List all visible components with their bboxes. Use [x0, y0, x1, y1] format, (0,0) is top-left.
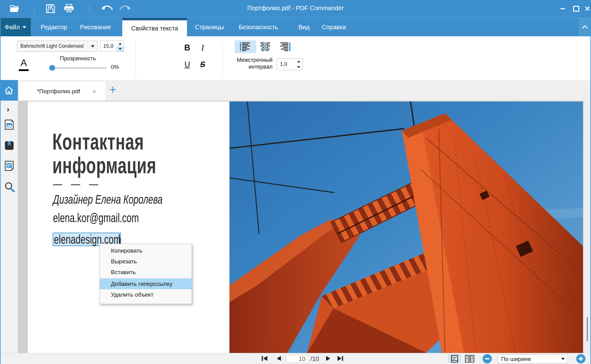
menu-item-paste[interactable]: Вставить: [100, 267, 192, 278]
page-email-line: elena.kor@gmail.com: [53, 211, 139, 225]
font-family-select[interactable]: Bahnschrift Light Condensed: [17, 41, 98, 52]
home-button[interactable]: [0, 80, 18, 101]
next-page-icon: [325, 356, 331, 361]
previous-page-icon: [276, 356, 282, 361]
font-size-spinner[interactable]: 15,0: [100, 41, 124, 52]
underline-button[interactable]: U: [181, 58, 193, 70]
transparency-label: Прозрачность: [49, 55, 107, 62]
zoom-mode-select[interactable]: По ширине: [498, 354, 568, 363]
bookmarks-panel-button[interactable]: [4, 140, 14, 151]
previous-page-button[interactable]: [275, 355, 283, 362]
minimize-icon: [561, 8, 565, 9]
page-number-input[interactable]: 10: [286, 355, 308, 363]
status-bar: 10 /10: [0, 353, 591, 364]
last-page-button[interactable]: [336, 355, 344, 362]
page-heading-line1: Контактная: [52, 129, 144, 155]
align-right-button[interactable]: [279, 42, 290, 51]
close-icon: ✕: [585, 6, 590, 12]
notes-panel-button[interactable]: [4, 161, 14, 171]
menu-item-copy[interactable]: Копировать: [100, 245, 192, 256]
page-thumbnails-icon: [4, 119, 14, 130]
font-color-button[interactable]: A: [18, 58, 30, 73]
tab-close-icon[interactable]: ×: [92, 88, 105, 95]
minus-icon: [485, 358, 489, 359]
tab-editor[interactable]: Редактор: [41, 18, 67, 36]
menu-item-add-hyperlink[interactable]: Добавить гиперссылку: [100, 278, 192, 289]
ribbon-separator: [136, 40, 136, 77]
page-heading-line2: информация: [52, 152, 156, 178]
plus-icon: [579, 357, 583, 361]
notes-icon: [4, 161, 14, 171]
transparency-slider-thumb[interactable]: [49, 65, 55, 71]
align-center-button[interactable]: [260, 42, 271, 51]
bridge-photo: [229, 102, 583, 353]
left-sidebar: ›: [0, 101, 18, 353]
search-panel-button[interactable]: [4, 182, 14, 192]
font-family-dropdown-arrow[interactable]: [88, 41, 97, 51]
tab-drawing[interactable]: Рисование: [80, 18, 111, 36]
transparency-slider-track[interactable]: [50, 67, 107, 69]
italic-button[interactable]: I: [197, 42, 208, 54]
vertical-scrollbar[interactable]: [583, 101, 591, 353]
bookmark-icon: [4, 140, 14, 151]
strikethrough-button[interactable]: S: [197, 58, 208, 70]
font-size-down-button[interactable]: [116, 46, 124, 51]
chevron-down-icon: [91, 45, 95, 47]
document-viewer[interactable]: Контактная информация — — — Дизайнер Еле…: [18, 101, 583, 353]
document-tab-title: *Портфолио.pdf: [19, 88, 92, 95]
tab-security[interactable]: Безопасность: [239, 18, 278, 36]
window-border-left: [0, 18, 1, 364]
font-size-up-button[interactable]: [116, 41, 124, 46]
single-page-view-button[interactable]: [448, 354, 461, 363]
minimize-button[interactable]: [558, 0, 567, 18]
document-tab-bar: *Портфолио.pdf × +: [0, 80, 591, 101]
menu-divider: [102, 278, 190, 278]
bold-button[interactable]: B: [181, 42, 193, 54]
line-spacing-up-button[interactable]: [295, 59, 302, 64]
first-page-button[interactable]: [261, 355, 269, 362]
maximize-button[interactable]: [572, 0, 581, 18]
chevron-down-icon: [22, 26, 26, 28]
pdf-page: Контактная информация — — — Дизайнер Еле…: [28, 102, 583, 353]
align-right-icon: [279, 42, 290, 51]
tab-help[interactable]: Справка: [322, 18, 346, 36]
text-properties-ribbon: Bahnschrift Light Condensed 15,0 A Прозр…: [0, 36, 591, 80]
zoom-mode-value: По ширине: [498, 356, 558, 362]
expand-panel-button[interactable]: ›: [7, 105, 9, 114]
tab-pages[interactable]: Страницы: [195, 18, 224, 36]
align-center-icon: [260, 42, 271, 51]
arrow-up-icon: [297, 61, 300, 62]
single-page-view-icon: [451, 355, 458, 363]
file-menu-button[interactable]: Файл: [0, 18, 31, 36]
collapse-ribbon-button[interactable]: [579, 18, 591, 36]
transparency-value: 0%: [111, 64, 119, 70]
line-spacing-value: 1,0: [277, 59, 295, 70]
arrow-up-icon: [119, 43, 122, 45]
menu-item-delete-object[interactable]: Удалить объект: [100, 289, 192, 300]
close-button[interactable]: ✕: [583, 0, 591, 18]
line-spacing-down-button[interactable]: [295, 64, 302, 70]
two-page-view-icon: [465, 355, 474, 363]
document-tab[interactable]: *Портфолио.pdf ×: [19, 82, 105, 101]
zoom-in-button[interactable]: [576, 354, 585, 363]
align-left-button[interactable]: [235, 40, 256, 53]
next-page-button[interactable]: [324, 355, 332, 362]
thumbnails-panel-button[interactable]: [4, 119, 14, 130]
align-left-icon: [240, 42, 251, 51]
line-spacing-spinner[interactable]: 1,0: [277, 58, 303, 70]
chevron-down-icon: [561, 358, 565, 360]
first-page-icon: [261, 356, 268, 361]
chevron-up-icon: [582, 25, 588, 29]
zoom-mode-dropdown-arrow[interactable]: [558, 358, 568, 360]
tab-view[interactable]: Вид: [298, 18, 310, 36]
scrollbar-thumb[interactable]: [587, 317, 588, 341]
font-family-value: Bahnschrift Light Condensed: [17, 43, 88, 49]
tab-text-properties-active[interactable]: Свойства текста: [122, 18, 187, 36]
two-page-view-button[interactable]: [463, 354, 476, 363]
menu-item-cut[interactable]: Вырезать: [100, 256, 192, 267]
zoom-out-button[interactable]: [483, 354, 492, 363]
new-tab-button[interactable]: +: [107, 84, 118, 95]
title-bar: Портфолио.pdf - PDF Commander ✕: [0, 0, 591, 18]
search-icon: [4, 182, 15, 193]
home-icon: [4, 86, 14, 95]
